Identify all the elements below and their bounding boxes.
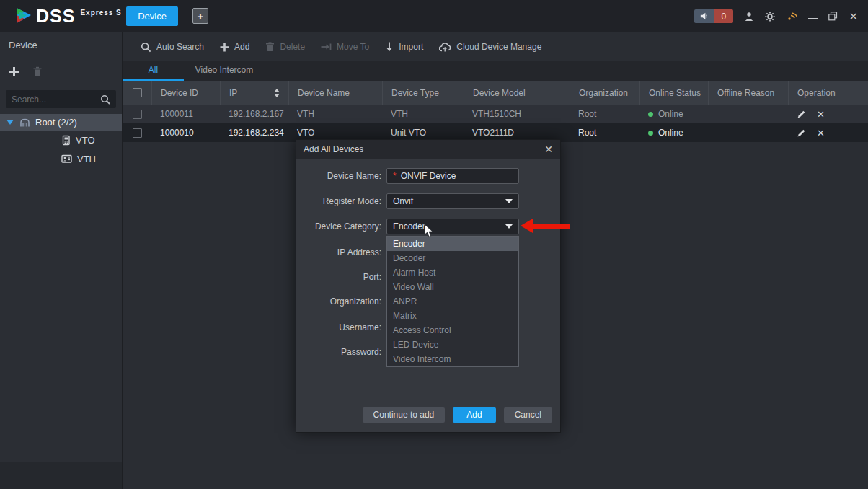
remove-button[interactable]: ✕ (817, 128, 825, 138)
list-tabs: All Video Intercom (123, 61, 868, 81)
cell-online-status: Online (639, 123, 708, 142)
logo-text: DSS (36, 6, 75, 26)
device-name-value: ONVIF Device (401, 171, 456, 181)
cell-operation: ✕ (788, 123, 868, 142)
device-name-input[interactable]: * ONVIF Device (386, 168, 519, 184)
register-mode-label: Register Mode: (296, 193, 381, 209)
trash-icon (265, 42, 275, 52)
chevron-down-icon (505, 199, 513, 203)
col-online-status: Online Status (639, 81, 708, 105)
dropdown-option-anpr[interactable]: ANPR (387, 294, 518, 309)
device-toolbar: Auto Search Add Delete Move To (123, 32, 868, 61)
tree-node-root[interactable]: Root (2/2) (0, 114, 122, 131)
dropdown-option-matrix[interactable]: Matrix (387, 309, 518, 323)
add-org-button[interactable] (9, 66, 19, 77)
col-organization: Organization (570, 81, 639, 105)
table-row[interactable]: 1000011 192.168.2.167 VTH VTH VTH1510CH … (123, 105, 868, 123)
cell-offline-reason (708, 105, 788, 123)
sort-toggle[interactable] (274, 89, 280, 97)
mouse-cursor (424, 224, 434, 238)
online-status-dot (648, 112, 653, 117)
dropdown-option-encoder[interactable]: Encoder (387, 237, 518, 251)
add-tab-button[interactable]: + (192, 8, 208, 24)
tree-child-label: VTO (76, 135, 95, 146)
port-label: Port: (296, 269, 381, 285)
cell-device-id: 1000010 (151, 123, 220, 142)
dss-logo-icon (14, 6, 33, 26)
cell-offline-reason (708, 123, 788, 142)
edit-button[interactable] (797, 110, 806, 119)
delete-org-button[interactable] (32, 66, 43, 77)
auto-search-button[interactable]: Auto Search (141, 42, 204, 53)
search-icon[interactable] (100, 94, 110, 105)
add-button[interactable]: Add (453, 408, 495, 423)
cell-organization: Root (570, 105, 639, 123)
remove-button[interactable]: ✕ (817, 109, 825, 120)
user-icon (744, 12, 754, 22)
import-button[interactable]: Import (385, 42, 423, 52)
move-to-button[interactable]: Move To (321, 42, 369, 52)
sidebar-search[interactable] (6, 90, 116, 108)
dropdown-option-led-device[interactable]: LED Device (387, 338, 518, 352)
delete-device-button[interactable]: Delete (265, 42, 305, 52)
row-checkbox[interactable] (133, 110, 142, 119)
close-button[interactable]: ✕ (849, 11, 858, 22)
cancel-button[interactable]: Cancel (504, 408, 552, 423)
edit-button[interactable] (797, 128, 806, 138)
row-checkbox[interactable] (133, 128, 142, 138)
cloud-service-button[interactable] (786, 12, 797, 22)
close-icon: ✕ (544, 144, 553, 155)
add-device-button[interactable]: Add (220, 42, 249, 52)
title-bar: DSS Express S Device + 0 (0, 0, 868, 32)
device-table-header: Device ID IP Device Name Device Type Dev… (123, 81, 868, 105)
col-device-name: Device Name (288, 81, 382, 105)
expand-caret-icon[interactable] (6, 120, 14, 125)
cloud-device-manage-button[interactable]: Cloud Device Manage (439, 42, 541, 52)
sidebar-title: Device (0, 32, 122, 58)
alarm-center-button[interactable]: 0 (694, 9, 733, 23)
settings-button[interactable] (765, 12, 775, 22)
alarm-count-badge: 0 (714, 9, 733, 23)
search-icon (141, 42, 151, 53)
device-tree: Root (2/2) VTO (0, 114, 122, 168)
search-input[interactable] (12, 94, 100, 105)
device-category-label: Device Category: (296, 219, 381, 234)
cell-device-id: 1000011 (151, 105, 220, 123)
dropdown-option-alarm-host[interactable]: Alarm Host (387, 265, 518, 280)
minimize-icon (808, 18, 818, 19)
user-button[interactable] (744, 12, 754, 22)
minimize-button[interactable] (808, 14, 818, 19)
select-all-checkbox[interactable] (133, 88, 142, 97)
dropdown-option-video-wall[interactable]: Video Wall (387, 280, 518, 294)
register-mode-select[interactable]: Onvif (386, 193, 519, 209)
col-ip: IP (220, 81, 288, 105)
ip-address-label: IP Address: (296, 244, 381, 260)
tab-device[interactable]: Device (126, 6, 178, 26)
restore-icon (828, 12, 838, 21)
cloud-icon (439, 43, 451, 52)
tree-child-label: VTH (77, 154, 96, 164)
toolbar-label: Auto Search (156, 42, 204, 52)
add-all-devices-dialog: Add All Devices ✕ Device Name: * ONVIF D… (296, 139, 561, 433)
tab-video-intercom[interactable]: Video Intercom (184, 61, 265, 81)
tab-all[interactable]: All (123, 61, 184, 81)
tree-node-vto[interactable]: VTO (0, 131, 122, 149)
dropdown-option-decoder[interactable]: Decoder (387, 251, 518, 265)
dropdown-option-video-intercom[interactable]: Video Intercom (387, 352, 518, 366)
register-mode-value: Onvif (393, 196, 413, 206)
continue-to-add-button[interactable]: Continue to add (363, 408, 446, 423)
tree-node-vth[interactable]: VTH (0, 149, 122, 168)
restore-button[interactable] (828, 12, 838, 21)
status-text: Online (658, 109, 683, 119)
organization-label: Organization: (296, 294, 381, 309)
device-category-select[interactable]: Encoder (386, 219, 519, 234)
sidebar-footer (0, 462, 122, 489)
cell-ip: 192.168.2.167 (220, 105, 288, 123)
move-to-icon (321, 43, 332, 51)
dialog-title: Add All Devices (304, 144, 363, 154)
dialog-close-button[interactable]: ✕ (544, 144, 553, 155)
device-category-dropdown: Encoder Decoder Alarm Host Video Wall AN… (386, 236, 519, 367)
dropdown-option-access-control[interactable]: Access Control (387, 323, 518, 338)
dialog-buttons: Continue to add Add Cancel (363, 408, 552, 423)
close-icon: ✕ (849, 11, 858, 22)
